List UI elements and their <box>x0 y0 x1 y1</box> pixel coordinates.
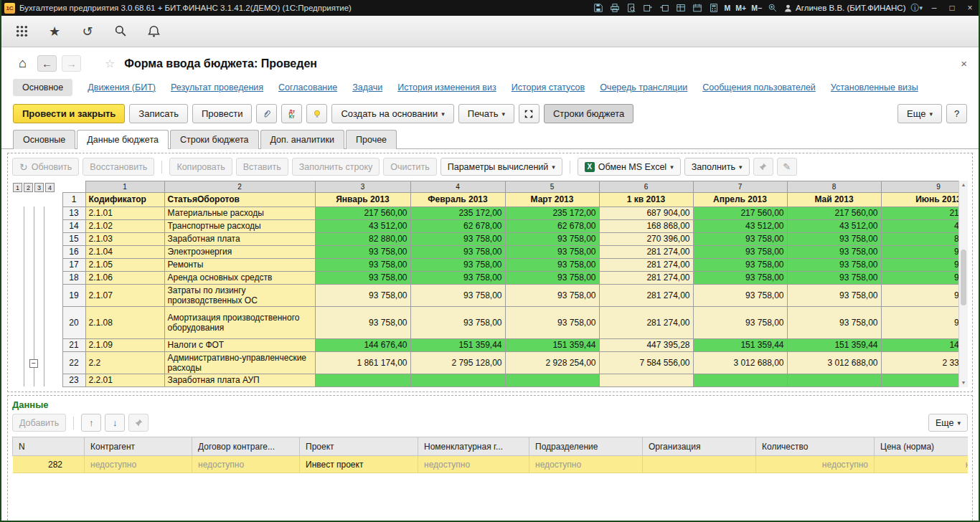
save-icon[interactable] <box>593 2 604 14</box>
column-number[interactable]: 8 <box>787 181 881 193</box>
data-cell-department[interactable]: недоступно <box>529 456 643 473</box>
budget-cell-value[interactable] <box>881 374 968 386</box>
row-number[interactable]: 17 <box>62 258 85 271</box>
data-cell-nomenclature-group[interactable]: недоступно <box>418 456 529 473</box>
budget-header-cell[interactable]: Февраль 2013 <box>410 192 505 207</box>
budget-cell-value[interactable]: 93 758,00 <box>881 306 968 338</box>
group-level-2-button[interactable]: 2 <box>24 183 33 192</box>
column-number[interactable]: 1 <box>85 181 164 193</box>
budget-lines-button[interactable]: Строки бюджета <box>544 104 633 123</box>
budget-cell-value[interactable]: 151 359,44 <box>410 338 505 351</box>
nav-link-2[interactable]: Результат проведения <box>171 82 263 92</box>
data-cell-contract[interactable]: недоступно <box>192 456 300 473</box>
data-cell-price[interactable]: недоступно <box>875 456 969 473</box>
budget-cell-value[interactable]: 93 758,00 <box>505 232 599 245</box>
budget-cell-value[interactable]: 62 678,00 <box>505 219 599 232</box>
budget-cell-value[interactable] <box>410 374 505 386</box>
fill-button[interactable]: Заполнить▾ <box>684 158 750 176</box>
budget-cell-value[interactable]: 3 012 688,00 <box>787 351 881 374</box>
budget-cell-value[interactable]: 281 274,00 <box>599 284 693 306</box>
back-button[interactable]: ← <box>37 55 57 72</box>
move-up-button[interactable]: ↑ <box>81 414 101 432</box>
print-icon[interactable] <box>609 2 621 14</box>
scroll-thumb[interactable] <box>961 250 966 305</box>
budget-header-cell[interactable]: СтатьяОборотов <box>164 192 315 207</box>
budget-cell-value[interactable] <box>315 374 410 386</box>
budget-cell-code[interactable]: 2.1.04 <box>85 245 164 258</box>
column-number[interactable]: 7 <box>693 181 787 193</box>
column-number[interactable]: 2 <box>164 181 315 193</box>
move-down-button[interactable]: ↓ <box>105 414 125 432</box>
receive-icon[interactable] <box>659 2 670 14</box>
budget-cell-value[interactable]: 93 758,00 <box>693 271 787 284</box>
budget-cell-value[interactable]: 93 758,00 <box>693 284 787 306</box>
budget-cell-value[interactable]: 93 758,00 <box>410 232 505 245</box>
row-number[interactable]: 19 <box>62 284 85 306</box>
budget-cell-value[interactable]: 93 758,00 <box>693 258 787 271</box>
budget-cell-value[interactable]: 93 758,00 <box>315 258 410 271</box>
budget-cell-value[interactable]: 82 880,00 <box>881 232 968 245</box>
budget-cell-value[interactable]: 270 396,00 <box>599 232 693 245</box>
budget-cell-value[interactable]: 93 758,00 <box>410 245 505 258</box>
data-cell-organization[interactable] <box>643 456 756 473</box>
budget-cell-code[interactable]: 2.1.09 <box>85 338 164 351</box>
budget-cell-code[interactable]: 2.1.01 <box>85 207 164 219</box>
nav-link-5[interactable]: История изменения виз <box>397 82 496 92</box>
row-number[interactable]: 21 <box>62 338 85 351</box>
budget-cell-value[interactable]: 687 904,00 <box>599 207 693 219</box>
row-number[interactable]: 18 <box>62 271 85 284</box>
budget-cell-value[interactable]: 235 172,00 <box>410 207 505 219</box>
data-cell-contractor[interactable]: недоступно <box>85 456 192 473</box>
budget-cell-value[interactable]: 93 758,00 <box>410 258 505 271</box>
budget-cell-value[interactable]: 43 512,00 <box>787 219 881 232</box>
nav-link-4[interactable]: Задачи <box>352 82 382 92</box>
send-icon[interactable] <box>642 2 654 14</box>
budget-cell-value[interactable]: 62 678,00 <box>410 219 505 232</box>
budget-cell-article[interactable]: Аренда основных средств <box>164 271 315 284</box>
budget-cell-article[interactable]: Ремонты <box>164 258 315 271</box>
budget-cell-value[interactable]: 281 274,00 <box>599 306 693 338</box>
fill-row-button[interactable]: Заполнить строку <box>292 158 380 176</box>
collapse-group-button[interactable]: − <box>29 359 38 368</box>
budget-cell-code[interactable]: 2.1.06 <box>85 271 164 284</box>
help-button[interactable]: ? <box>946 104 967 123</box>
budget-cell-value[interactable]: 93 758,00 <box>787 232 881 245</box>
table-icon[interactable] <box>675 2 687 14</box>
vertical-scrollbar[interactable]: ▲ ▼ <box>958 181 968 387</box>
budget-cell-value[interactable]: 93 758,00 <box>787 245 881 258</box>
budget-header-cell[interactable]: Апрель 2013 <box>693 192 787 207</box>
row-number[interactable]: 16 <box>62 245 85 258</box>
forward-button[interactable]: → <box>62 55 81 72</box>
budget-cell-value[interactable]: 93 758,00 <box>881 284 968 306</box>
budget-cell-value[interactable]: 151 359,44 <box>693 338 787 351</box>
nav-link-7[interactable]: Очередь трансляции <box>600 82 687 92</box>
post-button[interactable]: Провести <box>192 104 253 123</box>
budget-cell-article[interactable]: Затраты по лизингу производственных ОС <box>164 284 315 306</box>
budget-cell-value[interactable] <box>599 374 693 386</box>
budget-cell-value[interactable]: 93 758,00 <box>315 245 410 258</box>
pin-icon[interactable] <box>753 158 773 176</box>
nav-link-9[interactable]: Установленные визы <box>831 82 918 92</box>
budget-cell-value[interactable]: 93 758,00 <box>505 245 599 258</box>
budget-cell-article[interactable]: Транспортные расходы <box>164 219 315 232</box>
budget-cell-value[interactable]: 93 758,00 <box>505 306 599 338</box>
search-icon[interactable] <box>112 23 129 40</box>
budget-cell-value[interactable]: 43 512,00 <box>881 219 968 232</box>
memory-m-button[interactable]: M <box>725 4 731 12</box>
row-number[interactable]: 13 <box>62 207 85 219</box>
budget-cell-value[interactable]: 2 928 254,00 <box>505 351 599 374</box>
calendar-icon[interactable] <box>692 2 703 14</box>
budget-cell-value[interactable]: 151 359,44 <box>787 338 881 351</box>
data-column-n[interactable]: N <box>13 437 85 456</box>
budget-cell-value[interactable]: 93 758,00 <box>881 271 968 284</box>
budget-cell-article[interactable]: Материальные расходы <box>164 207 315 219</box>
budget-cell-value[interactable]: 3 012 688,00 <box>693 351 787 374</box>
data-column-nomenclature-group[interactable]: Номенклатурная г... <box>418 437 529 456</box>
data-column-quantity[interactable]: Количество <box>756 437 875 456</box>
memory-m-minus-button[interactable]: M− <box>751 4 762 12</box>
data-column-project[interactable]: Проект <box>300 437 418 456</box>
nav-link-1[interactable]: Движения (БИТ) <box>88 82 156 92</box>
budget-cell-value[interactable]: 168 868,00 <box>599 219 693 232</box>
budget-cell-code[interactable]: 2.2 <box>85 351 164 374</box>
info-icon[interactable]: ⓘ▾ <box>910 2 923 14</box>
